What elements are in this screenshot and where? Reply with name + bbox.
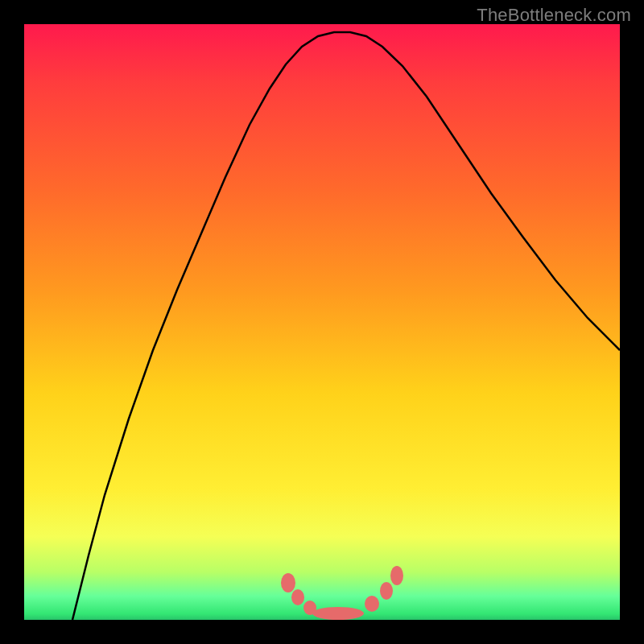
curve-marker: [281, 573, 295, 592]
bottleneck-curve: [72, 32, 620, 620]
curve-marker: [390, 566, 403, 585]
chart-frame: TheBottleneck.com: [0, 0, 644, 644]
plot-area: [24, 24, 620, 620]
curve-markers: [281, 566, 403, 620]
curve-marker: [312, 607, 364, 620]
curve-marker: [380, 582, 393, 600]
curve-svg: [24, 24, 620, 620]
curve-marker: [291, 589, 304, 605]
curve-marker: [365, 596, 379, 612]
watermark-text: TheBottleneck.com: [477, 5, 631, 26]
